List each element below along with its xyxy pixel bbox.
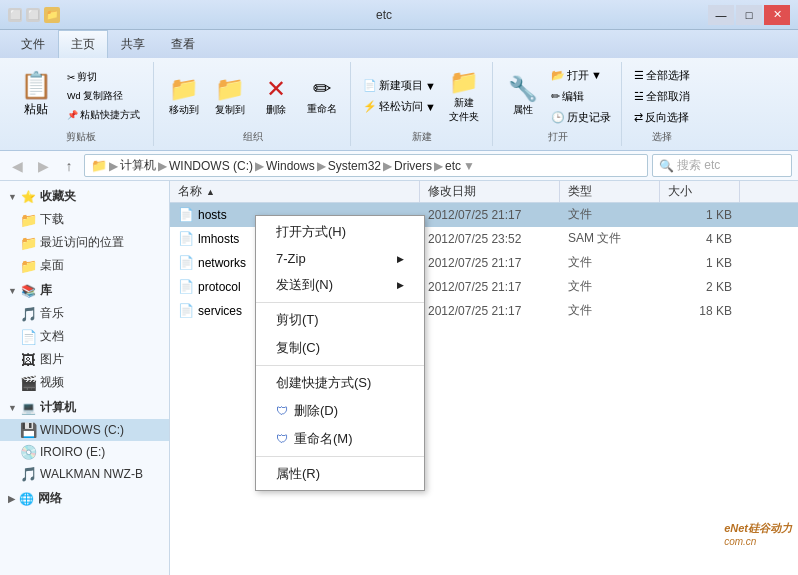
file-date-networks: 2012/07/25 21:17 [420, 256, 560, 270]
col-header-type[interactable]: 类型 [560, 181, 660, 202]
path-sep-5: ▶ [383, 159, 392, 173]
tab-view[interactable]: 查看 [158, 30, 208, 58]
file-type-protocol: 文件 [560, 278, 660, 295]
open-icon: 📂 [551, 69, 565, 82]
path-computer: 📁 [91, 158, 107, 173]
minimize-button[interactable]: — [708, 5, 734, 25]
path-sep-1: ▶ [109, 159, 118, 173]
ctx-delete-label: 删除(D) [294, 402, 338, 420]
new-folder-button[interactable]: 📁 新建 文件夹 [442, 64, 486, 128]
title-controls: — □ ✕ [708, 5, 790, 25]
lmhosts-icon: 📄 [178, 231, 194, 247]
sidebar-item-pictures-label: 图片 [40, 351, 64, 368]
copy-to-button[interactable]: 📁 复制到 [208, 71, 252, 121]
paste-shortcut-icon: 📌 [67, 110, 78, 120]
sidebar-item-desktop[interactable]: 📁 桌面 [0, 254, 169, 277]
tab-file[interactable]: 文件 [8, 30, 58, 58]
move-to-button[interactable]: 📁 移动到 [162, 71, 206, 121]
delete-label: 删除 [266, 103, 286, 117]
ctx-shield-icon-delete: 🛡 [276, 404, 288, 418]
watermark-line1: eNet硅谷动力 [724, 521, 792, 536]
pictures-icon: 🖼 [20, 352, 36, 368]
services-icon: 📄 [178, 303, 194, 319]
sidebar-item-music[interactable]: 🎵 音乐 [0, 302, 169, 325]
ctx-delete[interactable]: 🛡 删除(D) [256, 397, 424, 425]
sidebar-item-iroiro-e[interactable]: 💿 IROIRO (E:) [0, 441, 169, 463]
paste-button[interactable]: 📋 粘贴 [14, 66, 58, 126]
delete-button[interactable]: ✕ 删除 [254, 71, 298, 121]
iroiro-e-icon: 💿 [20, 444, 36, 460]
copy-path-label: 复制路径 [83, 89, 123, 103]
title-bar-icons: ⬜ ⬜ 📁 [8, 7, 60, 23]
copy-path-icon: Wd [67, 91, 81, 101]
new-item-button[interactable]: 📄 新建项目 ▼ [359, 76, 440, 95]
search-box[interactable]: 🔍 搜索 etc [652, 154, 792, 177]
sidebar-item-iroiro-e-label: IROIRO (E:) [40, 445, 105, 459]
forward-button[interactable]: ▶ [32, 155, 54, 177]
sidebar-header-favorites[interactable]: ▼ ⭐ 收藏夹 [0, 185, 169, 208]
select-none-button[interactable]: ☱ 全部取消 [630, 87, 694, 106]
copy-path-button[interactable]: Wd 复制路径 [63, 87, 144, 105]
ctx-divider-1 [256, 302, 424, 303]
ctx-rename[interactable]: 🛡 重命名(M) [256, 425, 424, 453]
folder-title-icon: 📁 [44, 7, 60, 23]
file-size-protocol: 2 KB [660, 280, 740, 294]
ctx-copy[interactable]: 复制(C) [256, 334, 424, 362]
ctx-7zip[interactable]: 7-Zip [256, 246, 424, 271]
ctx-cut[interactable]: 剪切(T) [256, 306, 424, 334]
hosts-name-label: hosts [198, 208, 227, 222]
paste-shortcut-button[interactable]: 📌 粘贴快捷方式 [63, 106, 144, 124]
ribbon-group-clipboard: 📋 粘贴 ✂ 剪切 Wd 复制路径 📌 [8, 62, 154, 146]
col-header-size[interactable]: 大小 [660, 181, 740, 202]
ctx-open-with[interactable]: 打开方式(H) [256, 218, 424, 246]
maximize-button[interactable]: □ [736, 5, 762, 25]
file-size-services: 18 KB [660, 304, 740, 318]
title-bar: ⬜ ⬜ 📁 etc — □ ✕ [0, 0, 798, 30]
history-button[interactable]: 🕒 历史记录 [547, 108, 615, 127]
sidebar-item-recent[interactable]: 📁 最近访问的位置 [0, 231, 169, 254]
delete-icon: ✕ [266, 75, 286, 103]
sidebar-section-computer: ▼ 💻 计算机 💾 WINDOWS (C:) 💿 IROIRO (E:) 🎵 W… [0, 396, 169, 485]
col-header-date[interactable]: 修改日期 [420, 181, 560, 202]
ctx-send-to[interactable]: 发送到(N) [256, 271, 424, 299]
sidebar: ▼ ⭐ 收藏夹 📁 下载 📁 最近访问的位置 📁 桌面 ▼ 📚 库 [0, 181, 170, 575]
sidebar-header-computer[interactable]: ▼ 💻 计算机 [0, 396, 169, 419]
sidebar-item-docs[interactable]: 📄 文档 [0, 325, 169, 348]
col-header-name[interactable]: 名称 ▲ [170, 181, 420, 202]
open-sub-group: 📂 打开 ▼ ✏ 编辑 🕒 历史记录 [547, 66, 615, 127]
ctx-create-shortcut[interactable]: 创建快捷方式(S) [256, 369, 424, 397]
select-all-button[interactable]: ☰ 全部选择 [630, 66, 694, 85]
music-icon: 🎵 [20, 306, 36, 322]
sidebar-item-windows-c[interactable]: 💾 WINDOWS (C:) [0, 419, 169, 441]
open-button[interactable]: 📂 打开 ▼ [547, 66, 615, 85]
back-button[interactable]: ◀ [6, 155, 28, 177]
path-etc: etc [445, 159, 461, 173]
tab-share[interactable]: 共享 [108, 30, 158, 58]
sidebar-item-pictures[interactable]: 🖼 图片 [0, 348, 169, 371]
properties-button[interactable]: 🔧 属性 [501, 71, 545, 121]
invert-select-button[interactable]: ⇄ 反向选择 [630, 108, 694, 127]
address-path[interactable]: 📁 ▶ 计算机 ▶ WINDOWS (C:) ▶ Windows ▶ Syste… [84, 154, 648, 177]
easy-access-button[interactable]: ⚡ 轻松访问 ▼ [359, 97, 440, 116]
close-button[interactable]: ✕ [764, 5, 790, 25]
rename-button[interactable]: ✏ 重命名 [300, 72, 344, 120]
ctx-properties[interactable]: 属性(R) [256, 460, 424, 488]
file-date-services: 2012/07/25 21:17 [420, 304, 560, 318]
sidebar-header-network[interactable]: ▶ 🌐 网络 [0, 487, 169, 510]
edit-button[interactable]: ✏ 编辑 [547, 87, 615, 106]
cut-button[interactable]: ✂ 剪切 [63, 68, 144, 86]
ribbon: 文件 主页 共享 查看 📋 粘贴 ✂ 剪切 [0, 30, 798, 151]
protocol-name-label: protocol [198, 280, 241, 294]
sidebar-item-walkman[interactable]: 🎵 WALKMAN NWZ-B [0, 463, 169, 485]
tab-home[interactable]: 主页 [58, 30, 108, 58]
col-type-label: 类型 [568, 183, 592, 200]
edit-icon: ✏ [551, 90, 560, 103]
sidebar-item-video[interactable]: 🎬 视频 [0, 371, 169, 394]
ribbon-group-organize: 📁 移动到 📁 复制到 ✕ 删除 ✏ 重命名 组织 [156, 62, 351, 146]
up-button[interactable]: ↑ [58, 155, 80, 177]
network-arrow: ▶ [8, 494, 15, 504]
sidebar-item-download[interactable]: 📁 下载 [0, 208, 169, 231]
sidebar-header-libraries[interactable]: ▼ 📚 库 [0, 279, 169, 302]
ctx-open-with-label: 打开方式(H) [276, 223, 346, 241]
file-type-hosts: 文件 [560, 206, 660, 223]
